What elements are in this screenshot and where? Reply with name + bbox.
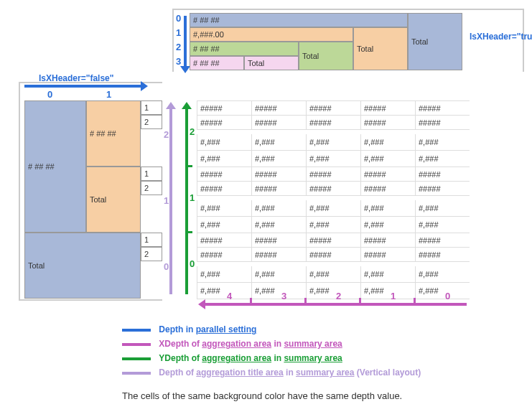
- data-cell: #####: [251, 182, 306, 196]
- data-cell: #####: [306, 116, 360, 130]
- data-cell: #,###: [306, 134, 360, 151]
- ptick-2: [304, 298, 307, 305]
- aggtitle-arrow: [169, 108, 172, 294]
- data-cell: #####: [360, 182, 415, 196]
- data-cell: #,###: [415, 151, 470, 167]
- yh-g1-1: 1: [141, 167, 162, 181]
- yd-2: 2: [190, 126, 195, 137]
- legend-row-blue: Depth in parallel setting: [122, 324, 495, 334]
- data-cell: #####: [360, 167, 415, 182]
- yd-0: 0: [190, 258, 195, 269]
- data-cell: #,###: [415, 283, 470, 299]
- data-cell: #,###: [415, 217, 470, 233]
- xd-0: 0: [445, 291, 450, 301]
- l1-pre: Depth in: [159, 324, 195, 334]
- xdepth-1: 1: [176, 27, 181, 38]
- l4-post: (Vertical layout): [354, 367, 421, 378]
- data-cell: #####: [251, 101, 306, 116]
- l3-mid: in: [271, 353, 284, 363]
- data-cell: #,###: [251, 134, 306, 151]
- data-cell: #####: [251, 233, 306, 248]
- xdepth-2: 2: [176, 42, 181, 52]
- aggt-0: 0: [164, 261, 169, 272]
- data-cell: #####: [306, 101, 360, 116]
- ptick-1: [250, 298, 252, 305]
- swatch-green: [122, 357, 151, 360]
- l3-u1: aggregation area: [202, 353, 271, 363]
- data-cell: #,###: [306, 283, 360, 299]
- data-cell: #,###: [251, 200, 306, 217]
- xdepth-3: 3: [176, 56, 181, 67]
- aggt-1: 1: [164, 195, 169, 206]
- l4-pre: Depth of: [159, 367, 196, 378]
- xh-r2-total: Total: [299, 42, 353, 70]
- data-cell: #####: [415, 116, 470, 130]
- yh-g2-2: 2: [141, 247, 162, 261]
- ydepth-arrow: [185, 108, 188, 294]
- data-cell: #####: [197, 233, 251, 248]
- data-cell: #,###: [251, 283, 306, 299]
- xdepth-0: 0: [176, 13, 181, 24]
- l2-mid: in: [271, 339, 284, 349]
- data-cell: #,###: [360, 134, 415, 151]
- yheader-depth-arrow: [24, 85, 144, 88]
- l2-u2: summary area: [284, 339, 342, 349]
- data-cell: #####: [360, 101, 415, 116]
- data-cell: #####: [197, 248, 251, 262]
- yd-1: 1: [190, 192, 195, 203]
- diagram-stage: IsXHeader="true" IsXHeader="false" 0 1 2…: [14, 6, 531, 411]
- data-cell: #####: [415, 101, 470, 116]
- l3-pre: YDepth of: [159, 353, 202, 363]
- data-cell: #,###: [415, 200, 470, 217]
- yh-g0-2: 2: [141, 115, 162, 129]
- ptick-3: [359, 298, 361, 305]
- ydepth-1: 1: [106, 89, 111, 100]
- legend-row-green: YDepth of aggregation area in summary ar…: [122, 353, 495, 363]
- xheader-depth-arrow: [184, 16, 187, 69]
- xd-2: 2: [336, 291, 341, 301]
- data-cell: #,###: [197, 151, 251, 167]
- legend: Depth in parallel setting XDepth of aggr…: [122, 320, 495, 382]
- data-cell: #####: [197, 182, 251, 196]
- data-cell: #####: [251, 116, 306, 130]
- xheader-depth-arrowhead: [180, 66, 190, 73]
- data-cell: #,###: [306, 151, 360, 167]
- ydepth-arrowhead: [182, 102, 192, 109]
- data-cell: #####: [251, 167, 306, 182]
- footer-text: The cells of the same background color h…: [122, 390, 402, 401]
- legend-row-lilac: Depth of aggregation title area in summa…: [122, 367, 495, 378]
- data-cell: #,###: [197, 266, 251, 283]
- data-cell: #####: [197, 116, 251, 130]
- data-cell: #,###: [360, 283, 415, 299]
- data-cell: #####: [360, 116, 415, 130]
- l2-pre: XDepth of: [159, 339, 202, 349]
- data-cell: #####: [306, 233, 360, 248]
- xh-r3-0: # ## ##: [190, 56, 244, 70]
- l2-u1: aggregation area: [202, 339, 271, 349]
- data-area: ########################################…: [197, 100, 470, 299]
- data-cell: #####: [415, 248, 470, 262]
- l4-u1: aggregation title area: [196, 367, 283, 378]
- gtick-2: [185, 231, 192, 233]
- xd-3: 3: [281, 291, 286, 301]
- xh-r1-total: Total: [353, 27, 408, 70]
- yh-g1-2: 2: [141, 181, 162, 195]
- data-cell: #,###: [306, 266, 360, 283]
- aggt-2: 2: [164, 129, 169, 140]
- xh-r2-0: # ## ##: [190, 42, 299, 56]
- xh-total-right: Total: [408, 13, 462, 70]
- data-cell: #,###: [306, 217, 360, 233]
- data-cell: #,###: [251, 151, 306, 167]
- data-cell: #####: [251, 248, 306, 262]
- data-cell: #####: [306, 167, 360, 182]
- yheader-depth-arrowhead: [141, 81, 148, 91]
- data-cell: #,###: [306, 200, 360, 217]
- data-cell: #,###: [415, 134, 470, 151]
- legend-row-pink: XDepth of aggregation area in summary ar…: [122, 339, 495, 349]
- l3-u2: summary area: [284, 353, 342, 363]
- xh-r0: # ## ##: [190, 13, 408, 27]
- yh-c1-1: Total: [86, 167, 141, 233]
- data-cell: #####: [306, 248, 360, 262]
- data-cell: #,###: [197, 200, 251, 217]
- aggtitle-arrowhead: [166, 102, 176, 109]
